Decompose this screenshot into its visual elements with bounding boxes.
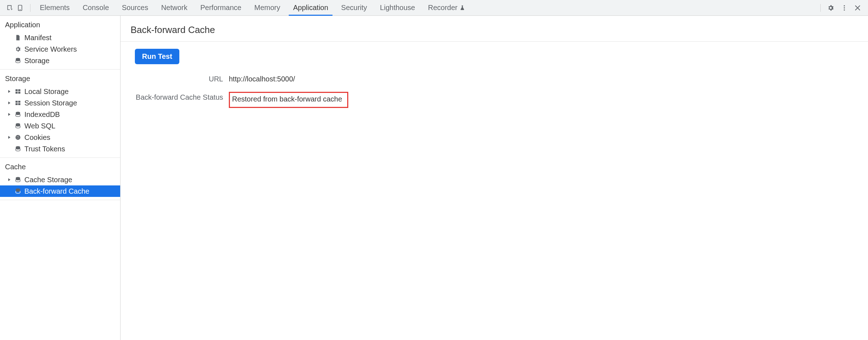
svg-point-19 [18,137,19,138]
document-icon [14,34,22,41]
tab-memory[interactable]: Memory [248,0,287,15]
expand-arrow-icon[interactable] [7,101,11,105]
toolbar-left-icons [3,4,27,11]
sidebar-item-service-workers[interactable]: Service Workers [0,43,120,55]
sidebar-item-label: Service Workers [24,45,77,53]
database-icon [14,122,22,129]
cookie-icon [14,134,22,141]
panel-tabs: ElementsConsoleSourcesNetworkPerformance… [33,0,472,15]
device-toggle-icon[interactable] [16,4,24,11]
expand-arrow-icon[interactable] [7,89,11,94]
status-label: Back-forward Cache Status [135,92,223,101]
url-label: URL [135,74,223,83]
more-icon[interactable] [841,4,848,11]
tab-label: Sources [122,4,148,12]
sidebar-item-label: IndexedDB [24,110,60,119]
tab-label: Lighthouse [380,4,415,12]
sidebar-item-local-storage[interactable]: Local Storage [0,86,120,97]
main-content: Back-forward Cache Run Test URL http://l… [121,16,868,340]
svg-point-4 [844,9,845,10]
svg-rect-7 [18,89,20,91]
database-icon [14,111,22,118]
svg-point-20 [17,138,18,138]
toolbar-divider [820,4,821,12]
sidebar-item-cache-storage[interactable]: Cache Storage [0,174,120,185]
svg-rect-6 [15,89,18,91]
sidebar-section-title: Application [0,16,120,32]
tab-label: Security [341,4,367,12]
tab-label: Recorder [428,4,457,12]
url-value: http://localhost:5000/ [229,74,348,83]
tab-label: Performance [201,4,242,12]
svg-rect-11 [18,101,20,103]
tab-performance[interactable]: Performance [194,0,248,15]
expand-arrow-icon[interactable] [7,135,11,140]
tab-recorder[interactable]: Recorder [421,0,472,15]
tab-label: Memory [254,4,280,12]
sidebar-item-back-forward-cache[interactable]: Back-forward Cache [0,185,120,197]
gear-icon [14,46,22,53]
tab-network[interactable]: Network [155,0,194,15]
settings-icon[interactable] [827,4,834,11]
tab-application[interactable]: Application [287,0,335,15]
page-title: Back-forward Cache [121,16,868,42]
svg-rect-10 [15,101,18,103]
tab-security[interactable]: Security [335,0,373,15]
svg-rect-9 [18,92,20,94]
sidebar-item-label: Trust Tokens [24,145,65,153]
toolbar-divider [30,4,30,12]
database-icon [14,188,22,195]
tab-elements[interactable]: Elements [33,0,76,15]
tab-label: Network [161,4,187,12]
tab-label: Console [82,4,109,12]
database-icon [14,176,22,183]
expand-arrow-icon[interactable] [7,178,11,182]
application-sidebar: ApplicationManifestService WorkersStorag… [0,16,121,340]
status-highlight-box: Restored from back-forward cache [229,92,348,108]
sidebar-section-title: Cache [0,158,120,174]
sidebar-section-title: Storage [0,70,120,86]
close-icon[interactable] [854,5,861,11]
sidebar-item-cookies[interactable]: Cookies [0,132,120,143]
sidebar-item-label: Local Storage [24,88,69,96]
sidebar-item-label: Web SQL [24,122,55,130]
tab-console[interactable]: Console [76,0,115,15]
tab-sources[interactable]: Sources [115,0,155,15]
flask-icon [459,5,465,11]
table-icon [14,88,22,95]
sidebar-item-label: Manifest [24,34,52,42]
sidebar-item-label: Session Storage [24,99,77,107]
tab-label: Application [293,4,328,12]
sidebar-item-storage[interactable]: Storage [0,55,120,66]
run-test-button[interactable]: Run Test [135,49,179,64]
table-icon [14,99,22,107]
svg-rect-8 [15,92,18,94]
expand-arrow-icon[interactable] [7,112,11,117]
sidebar-item-trust-tokens[interactable]: Trust Tokens [0,143,120,155]
sidebar-item-session-storage[interactable]: Session Storage [0,97,120,109]
svg-rect-13 [18,103,20,105]
svg-point-16 [15,135,20,140]
sidebar-item-web-sql[interactable]: Web SQL [0,120,120,132]
inspect-icon[interactable] [6,4,14,11]
svg-rect-12 [15,103,18,105]
sidebar-item-label: Cache Storage [24,176,72,184]
devtools-toolbar: ElementsConsoleSourcesNetworkPerformance… [0,0,868,16]
svg-point-18 [18,136,19,137]
toolbar-right-icons [816,4,865,12]
svg-point-17 [17,136,18,137]
database-icon [14,145,22,152]
sidebar-item-indexeddb[interactable]: IndexedDB [0,109,120,120]
database-icon [14,57,22,64]
sidebar-item-label: Cookies [24,133,50,142]
tab-label: Elements [40,4,70,12]
svg-point-3 [844,7,845,8]
status-value: Restored from back-forward cache [232,95,342,103]
tab-lighthouse[interactable]: Lighthouse [373,0,421,15]
sidebar-item-manifest[interactable]: Manifest [0,32,120,43]
sidebar-item-label: Back-forward Cache [24,187,89,195]
svg-point-2 [844,5,845,6]
sidebar-item-label: Storage [24,57,49,65]
svg-rect-1 [19,9,20,10]
